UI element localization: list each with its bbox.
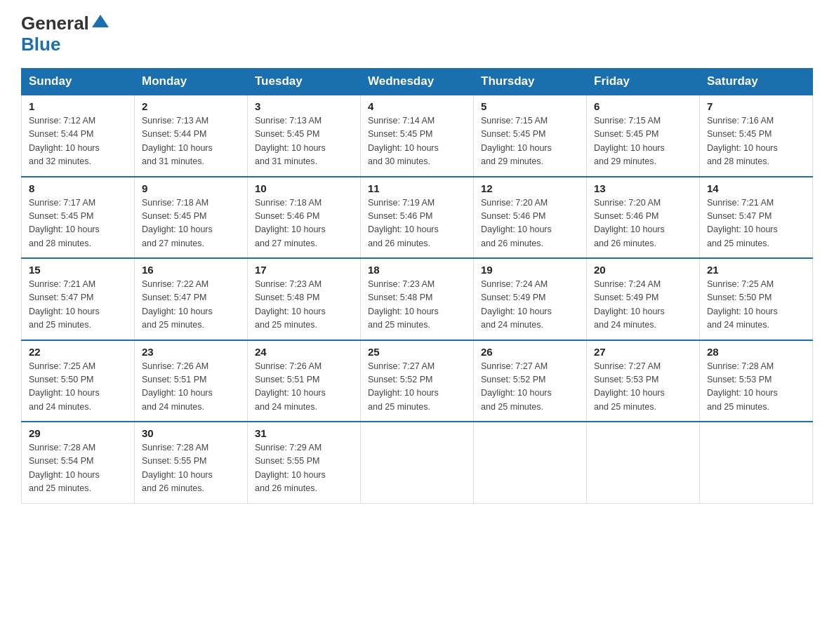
day-info: Sunrise: 7:18 AMSunset: 5:45 PMDaylight:… [142, 198, 213, 248]
logo-blue: Blue [21, 34, 60, 55]
calendar-week-row: 15 Sunrise: 7:21 AMSunset: 5:47 PMDaylig… [22, 258, 813, 340]
day-info: Sunrise: 7:17 AMSunset: 5:45 PMDaylight:… [29, 198, 100, 248]
day-number: 3 [255, 100, 353, 112]
day-info: Sunrise: 7:18 AMSunset: 5:46 PMDaylight:… [255, 198, 326, 248]
day-number: 1 [29, 100, 127, 112]
day-info: Sunrise: 7:28 AMSunset: 5:55 PMDaylight:… [142, 443, 213, 493]
day-info: Sunrise: 7:20 AMSunset: 5:46 PMDaylight:… [594, 198, 665, 248]
calendar-cell: 26 Sunrise: 7:27 AMSunset: 5:52 PMDaylig… [474, 340, 587, 422]
calendar-cell: 27 Sunrise: 7:27 AMSunset: 5:53 PMDaylig… [587, 340, 700, 422]
calendar-week-row: 1 Sunrise: 7:12 AMSunset: 5:44 PMDayligh… [22, 95, 813, 177]
calendar-cell: 10 Sunrise: 7:18 AMSunset: 5:46 PMDaylig… [248, 177, 361, 259]
column-header-wednesday: Wednesday [361, 69, 474, 95]
calendar-cell: 14 Sunrise: 7:21 AMSunset: 5:47 PMDaylig… [700, 177, 813, 259]
day-number: 2 [142, 100, 240, 112]
calendar-cell: 22 Sunrise: 7:25 AMSunset: 5:50 PMDaylig… [22, 340, 135, 422]
day-info: Sunrise: 7:16 AMSunset: 5:45 PMDaylight:… [707, 116, 778, 166]
day-info: Sunrise: 7:24 AMSunset: 5:49 PMDaylight:… [481, 279, 552, 330]
day-info: Sunrise: 7:23 AMSunset: 5:48 PMDaylight:… [255, 279, 326, 330]
day-number: 29 [29, 427, 127, 439]
logo-arrow-icon [91, 12, 110, 32]
day-info: Sunrise: 7:21 AMSunset: 5:47 PMDaylight:… [29, 279, 100, 330]
day-info: Sunrise: 7:25 AMSunset: 5:50 PMDaylight:… [29, 361, 100, 412]
calendar-cell: 12 Sunrise: 7:20 AMSunset: 5:46 PMDaylig… [474, 177, 587, 259]
calendar-cell [587, 422, 700, 503]
day-number: 8 [29, 182, 127, 194]
day-number: 13 [594, 182, 692, 194]
day-info: Sunrise: 7:27 AMSunset: 5:52 PMDaylight:… [368, 361, 439, 412]
day-number: 28 [707, 346, 805, 358]
day-number: 18 [368, 264, 466, 276]
day-info: Sunrise: 7:21 AMSunset: 5:47 PMDaylight:… [707, 198, 778, 248]
calendar-cell [700, 422, 813, 503]
day-info: Sunrise: 7:27 AMSunset: 5:52 PMDaylight:… [481, 361, 552, 412]
calendar-week-row: 29 Sunrise: 7:28 AMSunset: 5:54 PMDaylig… [22, 422, 813, 503]
day-info: Sunrise: 7:29 AMSunset: 5:55 PMDaylight:… [255, 443, 326, 493]
day-number: 24 [255, 346, 353, 358]
day-number: 31 [255, 427, 353, 439]
day-number: 16 [142, 264, 240, 276]
calendar-cell: 1 Sunrise: 7:12 AMSunset: 5:44 PMDayligh… [22, 95, 135, 177]
column-header-friday: Friday [587, 69, 700, 95]
day-number: 12 [481, 182, 579, 194]
calendar-cell: 4 Sunrise: 7:14 AMSunset: 5:45 PMDayligh… [361, 95, 474, 177]
day-number: 22 [29, 346, 127, 358]
day-info: Sunrise: 7:14 AMSunset: 5:45 PMDaylight:… [368, 116, 439, 166]
calendar-cell: 7 Sunrise: 7:16 AMSunset: 5:45 PMDayligh… [700, 95, 813, 177]
calendar-cell: 19 Sunrise: 7:24 AMSunset: 5:49 PMDaylig… [474, 258, 587, 340]
calendar-cell [361, 422, 474, 503]
day-info: Sunrise: 7:26 AMSunset: 5:51 PMDaylight:… [255, 361, 326, 412]
day-number: 14 [707, 182, 805, 194]
day-number: 5 [481, 100, 579, 112]
day-number: 19 [481, 264, 579, 276]
calendar-cell: 9 Sunrise: 7:18 AMSunset: 5:45 PMDayligh… [135, 177, 248, 259]
day-info: Sunrise: 7:15 AMSunset: 5:45 PMDaylight:… [594, 116, 665, 166]
column-header-thursday: Thursday [474, 69, 587, 95]
calendar-cell: 8 Sunrise: 7:17 AMSunset: 5:45 PMDayligh… [22, 177, 135, 259]
calendar-cell: 21 Sunrise: 7:25 AMSunset: 5:50 PMDaylig… [700, 258, 813, 340]
logo: General Blue [21, 14, 110, 55]
day-info: Sunrise: 7:27 AMSunset: 5:53 PMDaylight:… [594, 361, 665, 412]
day-number: 11 [368, 182, 466, 194]
day-info: Sunrise: 7:25 AMSunset: 5:50 PMDaylight:… [707, 279, 778, 330]
day-info: Sunrise: 7:26 AMSunset: 5:51 PMDaylight:… [142, 361, 213, 412]
day-number: 6 [594, 100, 692, 112]
column-header-saturday: Saturday [700, 69, 813, 95]
day-info: Sunrise: 7:12 AMSunset: 5:44 PMDaylight:… [29, 116, 100, 166]
calendar-cell: 11 Sunrise: 7:19 AMSunset: 5:46 PMDaylig… [361, 177, 474, 259]
day-info: Sunrise: 7:15 AMSunset: 5:45 PMDaylight:… [481, 116, 552, 166]
calendar-cell: 5 Sunrise: 7:15 AMSunset: 5:45 PMDayligh… [474, 95, 587, 177]
calendar-week-row: 8 Sunrise: 7:17 AMSunset: 5:45 PMDayligh… [22, 177, 813, 259]
day-info: Sunrise: 7:19 AMSunset: 5:46 PMDaylight:… [368, 198, 439, 248]
calendar-table: SundayMondayTuesdayWednesdayThursdayFrid… [21, 68, 813, 504]
day-number: 25 [368, 346, 466, 358]
calendar-cell: 23 Sunrise: 7:26 AMSunset: 5:51 PMDaylig… [135, 340, 248, 422]
day-number: 15 [29, 264, 127, 276]
calendar-cell: 3 Sunrise: 7:13 AMSunset: 5:45 PMDayligh… [248, 95, 361, 177]
day-number: 27 [594, 346, 692, 358]
day-number: 30 [142, 427, 240, 439]
day-info: Sunrise: 7:28 AMSunset: 5:53 PMDaylight:… [707, 361, 778, 412]
day-info: Sunrise: 7:20 AMSunset: 5:46 PMDaylight:… [481, 198, 552, 248]
day-info: Sunrise: 7:23 AMSunset: 5:48 PMDaylight:… [368, 279, 439, 330]
calendar-cell: 31 Sunrise: 7:29 AMSunset: 5:55 PMDaylig… [248, 422, 361, 503]
column-header-monday: Monday [135, 69, 248, 95]
logo-general: General [21, 14, 89, 32]
day-number: 26 [481, 346, 579, 358]
day-info: Sunrise: 7:28 AMSunset: 5:54 PMDaylight:… [29, 443, 100, 493]
calendar-cell: 15 Sunrise: 7:21 AMSunset: 5:47 PMDaylig… [22, 258, 135, 340]
calendar-cell: 29 Sunrise: 7:28 AMSunset: 5:54 PMDaylig… [22, 422, 135, 503]
day-number: 9 [142, 182, 240, 194]
svg-marker-0 [92, 15, 109, 27]
calendar-cell: 18 Sunrise: 7:23 AMSunset: 5:48 PMDaylig… [361, 258, 474, 340]
day-number: 21 [707, 264, 805, 276]
day-number: 17 [255, 264, 353, 276]
day-number: 20 [594, 264, 692, 276]
calendar-cell: 6 Sunrise: 7:15 AMSunset: 5:45 PMDayligh… [587, 95, 700, 177]
calendar-cell: 30 Sunrise: 7:28 AMSunset: 5:55 PMDaylig… [135, 422, 248, 503]
day-info: Sunrise: 7:24 AMSunset: 5:49 PMDaylight:… [594, 279, 665, 330]
calendar-cell: 2 Sunrise: 7:13 AMSunset: 5:44 PMDayligh… [135, 95, 248, 177]
calendar-cell: 20 Sunrise: 7:24 AMSunset: 5:49 PMDaylig… [587, 258, 700, 340]
day-number: 23 [142, 346, 240, 358]
column-header-sunday: Sunday [22, 69, 135, 95]
